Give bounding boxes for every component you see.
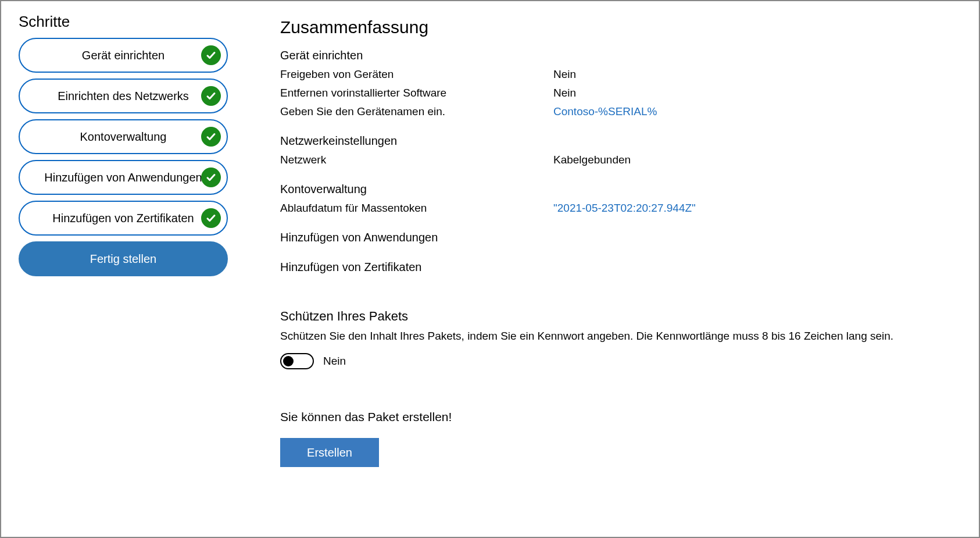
checkmark-icon	[201, 45, 221, 65]
steps-sidebar: Schritte Gerät einrichtenEinrichten des …	[1, 1, 245, 537]
checkmark-icon	[201, 86, 221, 106]
step-5[interactable]: Fertig stellen	[19, 241, 228, 276]
step-label: Fertig stellen	[90, 252, 157, 266]
step-label: Hinzufügen von Anwendungen	[44, 171, 202, 184]
step-label: Kontoverwaltung	[80, 130, 167, 144]
protect-title: Schützen Ihres Pakets	[280, 309, 956, 324]
step-3[interactable]: Hinzufügen von Anwendungen	[19, 160, 228, 195]
summary-row-label: Freigeben von Geräten	[280, 68, 553, 81]
step-1[interactable]: Einrichten des Netzwerks	[19, 79, 228, 113]
step-label: Einrichten des Netzwerks	[58, 90, 189, 103]
summary-row: Freigeben von GerätenNein	[280, 68, 956, 81]
step-label: Gerät einrichten	[82, 49, 164, 62]
summary-group-heading: Hinzufügen von Anwendungen	[280, 231, 956, 244]
summary-row-label: Geben Sie den Gerätenamen ein.	[280, 105, 553, 118]
summary-row-label: Entfernen vorinstallierter Software	[280, 87, 553, 99]
summary-title: Zusammenfassung	[280, 17, 956, 37]
protect-toggle-label: Nein	[323, 355, 346, 368]
summary-row: Geben Sie den Gerätenamen ein.Contoso-%S…	[280, 105, 956, 118]
protect-toggle[interactable]	[280, 353, 314, 369]
summary-row-label: Netzwerk	[280, 154, 553, 166]
create-button-label: Erstellen	[307, 446, 352, 459]
summary-main: Zusammenfassung Gerät einrichtenFreigebe…	[245, 1, 979, 537]
checkmark-icon	[201, 168, 221, 187]
checkmark-icon	[201, 208, 221, 228]
summary-row-label: Ablaufdatum für Massentoken	[280, 202, 553, 215]
summary-row-value[interactable]: Contoso-%SERIAL%	[553, 105, 657, 118]
toggle-knob	[283, 356, 294, 366]
summary-group-heading: Gerät einrichten	[280, 49, 956, 62]
protect-desc: Schützen Sie den Inhalt Ihres Pakets, in…	[280, 330, 956, 343]
step-2[interactable]: Kontoverwaltung	[19, 119, 228, 154]
checkmark-icon	[201, 127, 221, 147]
create-message: Sie können das Paket erstellen!	[280, 410, 956, 424]
create-button[interactable]: Erstellen	[280, 438, 379, 467]
sidebar-title: Schritte	[19, 13, 228, 31]
summary-row: NetzwerkKabelgebunden	[280, 154, 956, 166]
summary-group-heading: Kontoverwaltung	[280, 183, 956, 196]
summary-row: Entfernen vorinstallierter SoftwareNein	[280, 87, 956, 99]
summary-row-value[interactable]: "2021-05-23T02:20:27.944Z"	[553, 202, 696, 215]
summary-group-heading: Netzwerkeinstellungen	[280, 134, 956, 148]
summary-row: Ablaufdatum für Massentoken"2021-05-23T0…	[280, 202, 956, 215]
summary-group-heading: Hinzufügen von Zertifikaten	[280, 261, 956, 274]
summary-row-value: Nein	[553, 87, 576, 99]
step-0[interactable]: Gerät einrichten	[19, 38, 228, 73]
step-label: Hinzufügen von Zertifikaten	[52, 212, 194, 225]
summary-row-value: Kabelgebunden	[553, 154, 631, 166]
summary-row-value: Nein	[553, 68, 576, 81]
step-4[interactable]: Hinzufügen von Zertifikaten	[19, 201, 228, 236]
